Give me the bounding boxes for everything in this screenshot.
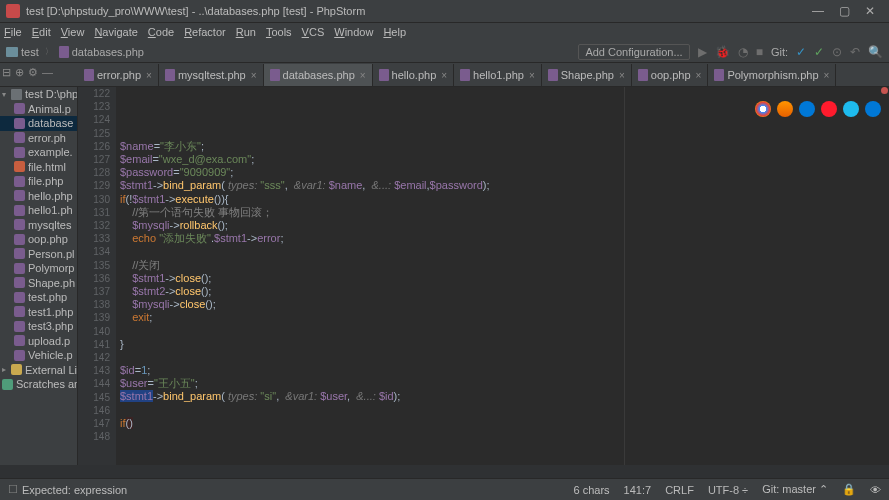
tree-item[interactable]: Scratches an (0, 377, 77, 392)
maximize-button[interactable]: ▢ (831, 2, 857, 20)
git-label: Git: (771, 46, 788, 58)
tree-item[interactable]: database (0, 116, 77, 131)
menu-edit[interactable]: Edit (32, 26, 51, 38)
run-icon[interactable]: ▶ (698, 45, 707, 59)
window-title: test [D:\phpstudy_pro\WWW\test] - ..\dat… (26, 5, 805, 17)
settings-icon[interactable]: ⚙ (28, 66, 38, 79)
app-icon (6, 4, 20, 18)
editor-tabs: ⊟ ⊕ ⚙ — error.php×mysqltest.php×database… (0, 63, 889, 87)
chrome-icon[interactable] (755, 101, 771, 117)
add-configuration-button[interactable]: Add Configuration... (578, 44, 689, 60)
tab-hello-php[interactable]: hello.php× (373, 64, 455, 86)
menu-code[interactable]: Code (148, 26, 174, 38)
menu-refactor[interactable]: Refactor (184, 26, 226, 38)
project-tree[interactable]: ▾test D:\phpAnimal.pdatabaseerror.phexam… (0, 87, 78, 498)
editor[interactable]: 1221231241251261271281291301311321331341… (78, 87, 889, 498)
tree-item[interactable]: Animal.p (0, 102, 77, 117)
menu-window[interactable]: Window (334, 26, 373, 38)
close-icon[interactable]: × (619, 70, 625, 81)
close-icon[interactable]: × (360, 70, 366, 81)
menubar: FileEditViewNavigateCodeRefactorRunTools… (0, 23, 889, 41)
expand-icon[interactable]: ⊕ (15, 66, 24, 79)
close-icon[interactable]: × (251, 70, 257, 81)
collapse-icon[interactable]: ⊟ (2, 66, 11, 79)
inspect-icon[interactable]: 👁 (870, 484, 881, 496)
status-eol[interactable]: CRLF (665, 484, 694, 496)
ie-icon[interactable] (843, 101, 859, 117)
tree-item[interactable]: mysqltes (0, 218, 77, 233)
stop-icon[interactable]: ■ (756, 45, 763, 59)
lock-icon[interactable]: 🔒 (842, 483, 856, 496)
git-revert-icon[interactable]: ↶ (850, 45, 860, 59)
tree-item[interactable]: ▸External Libr (0, 363, 77, 378)
status-git[interactable]: Git: master ⌃ (762, 483, 828, 496)
tree-item[interactable]: error.ph (0, 131, 77, 146)
php-icon (59, 46, 69, 58)
close-button[interactable]: ✕ (857, 2, 883, 20)
tree-item[interactable]: example. (0, 145, 77, 160)
status-bar: ☐ Expected: expression 6 chars 141:7 CRL… (0, 478, 889, 500)
git-history-icon[interactable]: ⊙ (832, 45, 842, 59)
browser-icons (755, 101, 881, 117)
titlebar: test [D:\phpstudy_pro\WWW\test] - ..\dat… (0, 0, 889, 23)
close-icon[interactable]: × (441, 70, 447, 81)
close-icon[interactable]: × (696, 70, 702, 81)
status-position[interactable]: 141:7 (624, 484, 652, 496)
hide-icon[interactable]: — (42, 66, 53, 79)
tree-item[interactable]: test1.php (0, 305, 77, 320)
status-chars: 6 chars (574, 484, 610, 496)
code-area[interactable]: $name="李小东";$email="wxe_d@exa.com";$pass… (116, 87, 889, 498)
tree-item[interactable]: test3.php (0, 319, 77, 334)
close-icon[interactable]: × (529, 70, 535, 81)
tree-item[interactable]: file.html (0, 160, 77, 175)
tree-item[interactable]: Shape.ph (0, 276, 77, 291)
menu-run[interactable]: Run (236, 26, 256, 38)
tab-oop-php[interactable]: oop.php× (632, 64, 709, 86)
preview-bar (0, 465, 889, 478)
menu-navigate[interactable]: Navigate (94, 26, 137, 38)
tab-Shape-php[interactable]: Shape.php× (542, 64, 632, 86)
tab-databases-php[interactable]: databases.php× (264, 64, 373, 86)
breadcrumb-file[interactable]: databases.php (59, 46, 144, 58)
tab-hello1-php[interactable]: hello1.php× (454, 64, 542, 86)
tab-Polymorphism-php[interactable]: Polymorphism.php× (708, 64, 836, 86)
menu-view[interactable]: View (61, 26, 85, 38)
tab-mysqltest-php[interactable]: mysqltest.php× (159, 64, 264, 86)
tree-item[interactable]: ▾test D:\php (0, 87, 77, 102)
close-icon[interactable]: × (824, 70, 830, 81)
tree-item[interactable]: hello1.ph (0, 203, 77, 218)
firefox-icon[interactable] (777, 101, 793, 117)
tree-item[interactable]: file.php (0, 174, 77, 189)
git-commit-icon[interactable]: ✓ (814, 45, 824, 59)
folder-icon (6, 47, 18, 57)
tree-item[interactable]: Person.pl (0, 247, 77, 262)
debug-icon[interactable]: 🐞 (715, 45, 730, 59)
edge-icon[interactable] (865, 101, 881, 117)
breadcrumb-root[interactable]: test (6, 46, 39, 58)
menu-tools[interactable]: Tools (266, 26, 292, 38)
coverage-icon[interactable]: ◔ (738, 45, 748, 59)
tree-item[interactable]: oop.php (0, 232, 77, 247)
search-icon[interactable]: 🔍 (868, 45, 883, 59)
tree-item[interactable]: upload.p (0, 334, 77, 349)
status-message: Expected: expression (22, 484, 127, 496)
opera-icon[interactable] (821, 101, 837, 117)
status-encoding[interactable]: UTF-8 ÷ (708, 484, 748, 496)
tree-item[interactable]: test.php (0, 290, 77, 305)
git-update-icon[interactable]: ✓ (796, 45, 806, 59)
menu-vcs[interactable]: VCS (302, 26, 325, 38)
close-icon[interactable]: × (146, 70, 152, 81)
tab-error-php[interactable]: error.php× (78, 64, 159, 86)
safari-icon[interactable] (799, 101, 815, 117)
tree-item[interactable]: Polymorp (0, 261, 77, 276)
tree-item[interactable]: Vehicle.p (0, 348, 77, 363)
gutter: 1221231241251261271281291301311321331341… (78, 87, 116, 498)
tree-item[interactable]: hello.php (0, 189, 77, 204)
navbar: test 〉 databases.php Add Configuration..… (0, 41, 889, 63)
minimize-button[interactable]: — (805, 2, 831, 20)
menu-file[interactable]: File (4, 26, 22, 38)
menu-help[interactable]: Help (383, 26, 406, 38)
